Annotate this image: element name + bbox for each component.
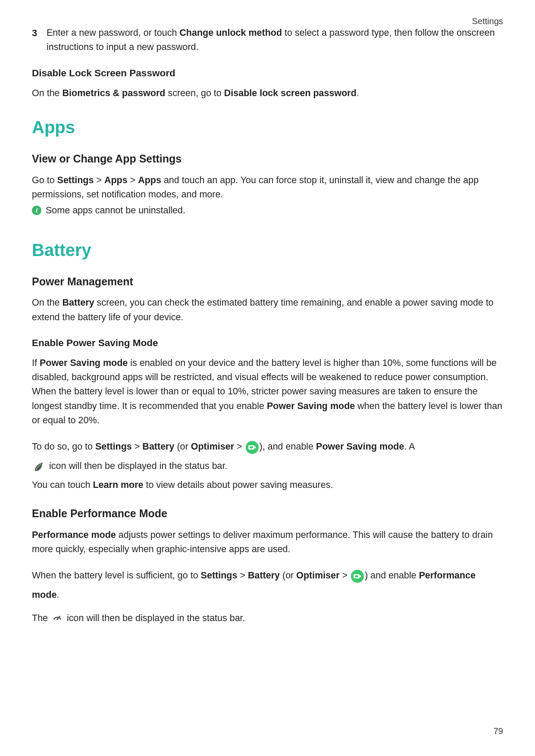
eps2-battery: Battery	[142, 441, 174, 452]
apps-gt1: >	[94, 175, 104, 185]
eps2-close: ), and enable	[260, 441, 316, 452]
leaf-icon	[32, 460, 45, 473]
apps-settings-bold: Settings	[57, 175, 94, 185]
eps-paragraph-2: To do so, go to Settings > Battery (or O…	[32, 437, 503, 476]
pm-a: On the	[32, 297, 63, 308]
apps-note-row: i Some apps cannot be uninstalled.	[32, 203, 503, 218]
pm-c: screen, you can check the estimated batt…	[32, 297, 494, 322]
perf2-or: (or	[280, 570, 296, 581]
apps-paragraph: Go to Settings > Apps > Apps and touch a…	[32, 173, 503, 202]
page-number: 79	[494, 725, 503, 738]
svg-rect-5	[355, 575, 358, 577]
disable-lock-bold-a: Biometrics & password	[63, 88, 166, 98]
eps-paragraph-1: If Power Saving mode is enabled on your …	[32, 356, 503, 428]
eps2-optimiser: Optimiser	[191, 441, 234, 452]
eps4-a: You can touch	[32, 480, 93, 490]
disable-lock-line: On the Biometrics & password screen, go …	[32, 86, 503, 100]
svg-rect-1	[254, 446, 256, 448]
disable-lock-b: screen, go to	[165, 88, 224, 98]
section-title-apps: Apps	[32, 117, 503, 137]
perf-paragraph-1: Performance mode adjusts power settings …	[32, 528, 503, 557]
info-icon: i	[32, 206, 41, 215]
eps3: icon will then be displayed in the statu…	[47, 461, 228, 471]
step-3: 3 Enter a new password, or touch Change …	[32, 26, 503, 55]
heading-enable-performance: Enable Performance Mode	[32, 505, 503, 522]
disable-lock-bold-b: Disable lock screen password	[224, 88, 357, 98]
power-management-paragraph: On the Battery screen, you can check the…	[32, 296, 503, 325]
perf3-b: icon will then be displayed in the statu…	[67, 613, 245, 623]
eps4-b: to view details about power saving measu…	[144, 480, 333, 490]
perf2-a: When the battery level is sufficient, go…	[32, 570, 201, 581]
perf2-dot: .	[56, 590, 59, 600]
apps-note-text: Some apps cannot be uninstalled.	[46, 203, 185, 218]
eps2-psm: Power Saving mode	[316, 441, 404, 452]
apps-p1a: Go to	[32, 175, 57, 185]
perf1-pm-bold: Performance mode	[32, 530, 116, 540]
apps-gt2: >	[128, 175, 138, 185]
perf2-gt2: >	[340, 570, 350, 581]
perf2-gt1: >	[237, 570, 248, 581]
step-text-part-1: Enter a new password, or touch	[47, 28, 179, 38]
perf-paragraph-2: When the battery level is sufficient, go…	[32, 566, 503, 605]
eps4-learn: Learn more	[93, 480, 143, 490]
eps2-dot-a: . A	[404, 441, 415, 452]
step-bold-1: Change unlock method	[179, 28, 282, 38]
eps-psm-bold-2: Power Saving mode	[267, 401, 355, 411]
perf2-close: ) and enable	[365, 570, 419, 581]
perf3-a: The	[32, 613, 50, 623]
optimiser-battery-icon	[246, 441, 259, 454]
perf-paragraph-3: The icon will then be displayed in the s…	[32, 611, 503, 625]
heading-view-change-app: View or Change App Settings	[32, 150, 503, 167]
eps-paragraph-4: You can touch Learn more to view details…	[32, 478, 503, 492]
eps2-a: To do so, go to	[32, 441, 95, 452]
section-title-battery: Battery	[32, 240, 503, 260]
eps-psm-bold-1: Power Saving mode	[40, 358, 128, 368]
heading-disable-lock: Disable Lock Screen Password	[32, 66, 503, 81]
optimiser-battery-icon-2	[351, 570, 364, 583]
step-number: 3	[32, 26, 37, 41]
heading-power-management: Power Management	[32, 273, 503, 290]
heading-enable-power-saving: Enable Power Saving Mode	[32, 336, 503, 351]
svg-point-6	[56, 619, 58, 620]
eps2-gt2: >	[234, 441, 245, 452]
performance-icon	[51, 612, 64, 625]
perf2-settings: Settings	[201, 570, 238, 581]
eps2-gt1: >	[132, 441, 143, 452]
eps-a: If	[32, 358, 40, 368]
disable-lock-a: On the	[32, 88, 63, 98]
eps2-settings: Settings	[95, 441, 132, 452]
perf2-battery: Battery	[248, 570, 280, 581]
apps-apps-bold-2: Apps	[138, 175, 161, 185]
svg-rect-4	[360, 575, 361, 577]
pm-battery-bold: Battery	[63, 297, 94, 308]
eps2-or: (or	[174, 441, 191, 452]
perf2-optimiser: Optimiser	[296, 570, 339, 581]
svg-rect-2	[250, 446, 253, 448]
disable-lock-c: .	[357, 88, 359, 98]
apps-apps-bold-1: Apps	[104, 175, 128, 185]
